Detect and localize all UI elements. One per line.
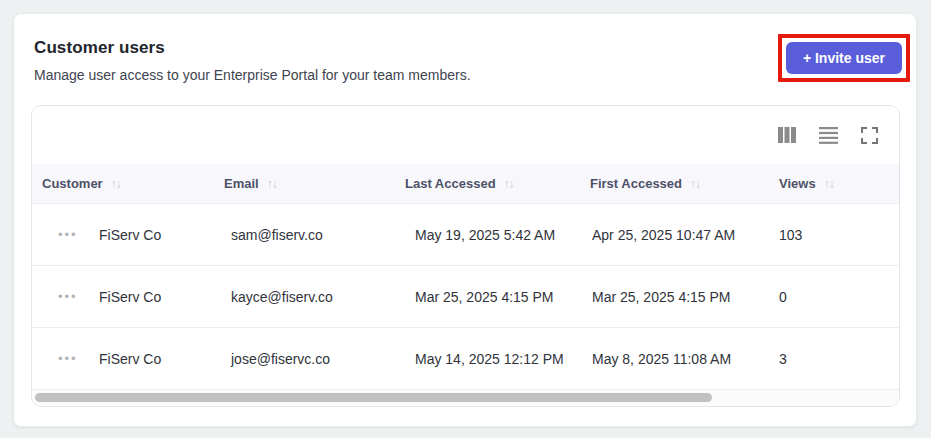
sort-icon[interactable]: ↑↓ <box>111 177 121 191</box>
sort-icon[interactable]: ↑↓ <box>824 177 834 191</box>
cell-views: 103 <box>779 227 899 243</box>
sort-icon[interactable]: ↑↓ <box>690 177 700 191</box>
table-toolbar <box>32 106 899 164</box>
cell-first-accessed: May 8, 2025 11:08 AM <box>592 351 779 367</box>
row-actions-menu-icon[interactable]: ••• <box>32 227 99 242</box>
customer-users-panel: Customer users Manage user access to you… <box>13 13 917 427</box>
scrollbar-thumb[interactable] <box>35 393 712 402</box>
cell-customer: FiServ Co <box>99 227 231 243</box>
table-row: ••• FiServ Co kayce@fiserv.co Mar 25, 20… <box>32 266 899 328</box>
cell-last-accessed: Mar 25, 2025 4:15 PM <box>415 289 592 305</box>
page-subtitle: Manage user access to your Enterprise Po… <box>34 67 896 83</box>
column-header-last-accessed[interactable]: Last Accessed ↑↓ <box>405 176 590 191</box>
column-header-customer[interactable]: Customer ↑↓ <box>32 176 224 191</box>
cell-customer: FiServ Co <box>99 351 231 367</box>
cell-last-accessed: May 14, 2025 12:12 PM <box>415 351 592 367</box>
row-actions-menu-icon[interactable]: ••• <box>32 351 99 366</box>
table-header-row: Customer ↑↓ Email ↑↓ Last Accessed ↑↓ Fi… <box>32 164 899 204</box>
cell-first-accessed: Apr 25, 2025 10:47 AM <box>592 227 779 243</box>
users-table-card: Customer ↑↓ Email ↑↓ Last Accessed ↑↓ Fi… <box>31 105 900 407</box>
invite-user-button[interactable]: + Invite user <box>786 42 902 74</box>
column-header-first-accessed[interactable]: First Accessed ↑↓ <box>590 176 779 191</box>
cell-email: sam@fiserv.co <box>231 227 415 243</box>
cell-email: jose@fiservc.co <box>231 351 415 367</box>
cell-customer: FiServ Co <box>99 289 231 305</box>
sort-icon[interactable]: ↑↓ <box>267 177 277 191</box>
panel-header: Customer users Manage user access to you… <box>14 14 916 83</box>
horizontal-scrollbar[interactable] <box>32 390 899 406</box>
sort-icon[interactable]: ↑↓ <box>504 177 514 191</box>
highlight-annotation: + Invite user <box>778 34 910 82</box>
row-density-icon[interactable] <box>819 127 838 144</box>
page-title: Customer users <box>34 38 896 58</box>
fullscreen-icon[interactable] <box>861 127 878 144</box>
cell-views: 0 <box>779 289 899 305</box>
table-row: ••• FiServ Co sam@fiserv.co May 19, 2025… <box>32 204 899 266</box>
table-row: ••• FiServ Co jose@fiservc.co May 14, 20… <box>32 328 899 390</box>
cell-views: 3 <box>779 351 899 367</box>
cell-email: kayce@fiserv.co <box>231 289 415 305</box>
column-header-email[interactable]: Email ↑↓ <box>224 176 405 191</box>
cell-last-accessed: May 19, 2025 5:42 AM <box>415 227 592 243</box>
column-header-views[interactable]: Views ↑↓ <box>779 176 899 191</box>
columns-icon[interactable] <box>778 127 796 143</box>
row-actions-menu-icon[interactable]: ••• <box>32 289 99 304</box>
cell-first-accessed: Mar 25, 2025 4:15 PM <box>592 289 779 305</box>
